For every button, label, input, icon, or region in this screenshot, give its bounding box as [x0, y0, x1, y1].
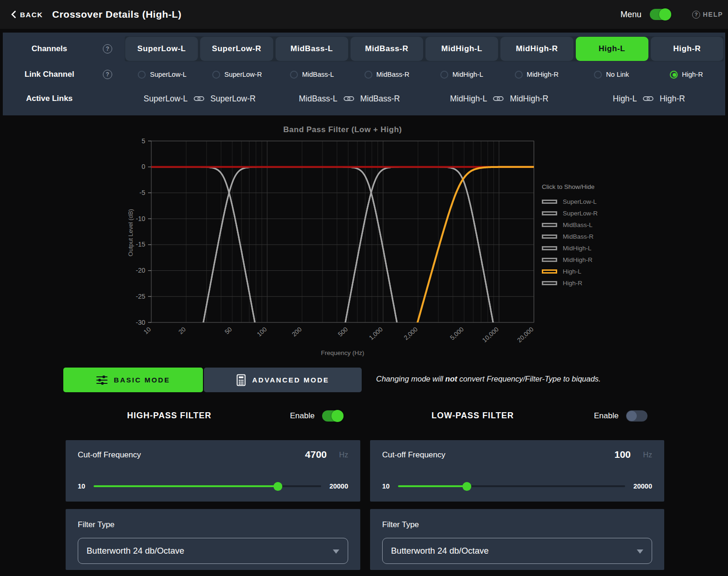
topbar: BACK Crossover Details (High-L) Menu ? H… [0, 0, 728, 29]
svg-text:5,000: 5,000 [449, 326, 465, 342]
hp-slider-thumb[interactable] [273, 482, 282, 491]
link-radio-No-Link[interactable]: No Link [574, 66, 649, 83]
lp-enable-toggle[interactable] [626, 410, 647, 422]
link-channel-help-icon[interactable]: ? [103, 70, 112, 79]
svg-text:10,000: 10,000 [481, 326, 500, 344]
svg-text:-5: -5 [140, 189, 146, 196]
sliders-icon [96, 375, 108, 385]
radio-icon[interactable] [364, 71, 372, 79]
link-radio-SuperLow-R[interactable]: SuperLow-R [200, 66, 275, 83]
radio-icon[interactable] [290, 71, 298, 79]
hp-frequency-slider[interactable]: 10 20000 [78, 477, 348, 495]
channel-tab-MidHigh-L[interactable]: MidHigh-L [425, 37, 498, 61]
link-radio-label: MidHigh-R [527, 71, 559, 78]
chart-legend: Click to Show/Hide SuperLow-LSuperLow-RM… [542, 183, 598, 289]
channel-tab-SuperLow-R[interactable]: SuperLow-R [200, 37, 273, 61]
lp-cutoff-value: 100 [614, 449, 631, 460]
active-link-right-label: MidHigh-R [510, 94, 548, 104]
legend-label: SuperLow-R [563, 210, 598, 217]
svg-text:-15: -15 [136, 241, 145, 248]
help-button[interactable]: ? HELP [692, 0, 723, 29]
lp-frequency-slider[interactable]: 10 20000 [382, 477, 652, 495]
radio-icon[interactable] [138, 71, 146, 79]
hp-slider-fill [94, 485, 277, 487]
channel-tab-MidBass-R[interactable]: MidBass-R [351, 37, 423, 61]
radio-icon[interactable] [515, 71, 523, 79]
page-title: Crossover Details (High-L) [52, 0, 182, 29]
channel-tab-MidHigh-R[interactable]: MidHigh-R [500, 37, 573, 61]
channels-label: Channels [3, 36, 96, 61]
radio-icon[interactable] [212, 71, 220, 79]
legend-item-High-R[interactable]: High-R [542, 277, 598, 289]
hp-slider-max: 20000 [330, 482, 348, 490]
low-pass-section-label: LOW-PASS FILTER [431, 411, 514, 421]
svg-text:20,000: 20,000 [516, 326, 535, 344]
high-pass-section-label: HIGH-PASS FILTER [127, 411, 211, 421]
hp-cutoff-label: Cut-off Frequency [78, 450, 141, 460]
radio-icon[interactable] [440, 71, 448, 79]
legend-item-SuperLow-L[interactable]: SuperLow-L [542, 196, 598, 208]
legend-swatch [542, 234, 557, 239]
link-radio-MidBass-L[interactable]: MidBass-L [275, 66, 350, 83]
svg-text:-25: -25 [136, 293, 145, 300]
channel-tab-High-L[interactable]: High-L [576, 37, 648, 61]
lp-slider-track[interactable] [398, 485, 625, 487]
advanced-mode-button[interactable]: ADVANCED MODE [204, 368, 362, 392]
chain-link-icon [194, 96, 204, 101]
legend-item-MidBass-L[interactable]: MidBass-L [542, 219, 598, 231]
legend-item-MidHigh-L[interactable]: MidHigh-L [542, 242, 598, 254]
lp-slider-max: 20000 [634, 482, 652, 490]
lp-filter-type-dropdown[interactable]: Butterworth 24 db/Octave [382, 538, 652, 564]
legend-label: High-L [563, 268, 581, 275]
hp-filter-type-dropdown[interactable]: Butterworth 24 db/Octave [78, 538, 348, 564]
lp-filter-type-value: Butterworth 24 db/Octave [391, 546, 489, 556]
hp-cutoff-unit: Hz [339, 451, 348, 459]
link-radio-label: SuperLow-R [224, 71, 262, 78]
link-radio-MidHigh-L[interactable]: MidHigh-L [425, 66, 499, 83]
channels-help-icon[interactable]: ? [103, 44, 112, 54]
channel-tab-MidBass-L[interactable]: MidBass-L [276, 37, 348, 61]
lp-slider-min: 10 [382, 482, 390, 490]
channel-tab-SuperLow-L[interactable]: SuperLow-L [125, 37, 198, 61]
basic-mode-button[interactable]: BASIC MODE [63, 368, 203, 392]
link-radio-High-R[interactable]: High-R [649, 66, 724, 83]
legend-item-SuperLow-R[interactable]: SuperLow-R [542, 208, 598, 219]
menu-label: Menu [620, 10, 641, 20]
chevron-down-icon [333, 549, 339, 554]
crossover-chart: 50-5-10-15-20-25-301020501002005001,0002… [0, 115, 728, 361]
hp-enable-toggle[interactable] [322, 410, 344, 422]
lp-slider-thumb[interactable] [462, 482, 471, 491]
svg-text:10: 10 [142, 326, 152, 335]
hp-slider-track[interactable] [94, 485, 321, 487]
link-radio-MidBass-R[interactable]: MidBass-R [350, 66, 425, 83]
link-radio-MidHigh-R[interactable]: MidHigh-R [499, 66, 574, 83]
hp-enable-label: Enable [290, 411, 315, 421]
back-label: BACK [20, 11, 43, 19]
crossover-page: BACK Crossover Details (High-L) Menu ? H… [0, 0, 728, 576]
hp-filter-type-value: Butterworth 24 db/Octave [87, 546, 184, 556]
legend-item-MidBass-R[interactable]: MidBass-R [542, 231, 598, 242]
back-button[interactable]: BACK [11, 0, 43, 29]
legend-item-High-L[interactable]: High-L [542, 266, 598, 277]
legend-swatch [542, 281, 557, 285]
legend-label: MidBass-R [563, 233, 593, 240]
mode-change-note: Changing mode will not convert Frequency… [376, 375, 627, 383]
radio-icon[interactable] [594, 71, 602, 79]
legend-swatch [542, 246, 557, 250]
chart-x-axis-label: Frequency (Hz) [151, 349, 534, 356]
active-link-MidHigh-L-MidHigh-R: MidHigh-LMidHigh-R [425, 89, 574, 108]
active-link-left-label: MidHigh-L [450, 94, 487, 104]
lp-enable-label: Enable [594, 411, 619, 421]
legend-label: High-R [563, 280, 582, 287]
menu-toggle[interactable] [650, 9, 671, 20]
radio-icon[interactable] [670, 71, 678, 79]
link-radio-SuperLow-L[interactable]: SuperLow-L [125, 66, 200, 83]
legend-label: MidHigh-L [563, 245, 592, 252]
active-links-label: Active Links [3, 89, 96, 108]
active-link-SuperLow-L-SuperLow-R: SuperLow-LSuperLow-R [125, 89, 275, 108]
link-channel-radios: SuperLow-LSuperLow-RMidBass-LMidBass-RMi… [125, 66, 724, 83]
help-label: HELP [703, 11, 723, 18]
legend-item-MidHigh-R[interactable]: MidHigh-R [542, 254, 598, 266]
svg-text:100: 100 [256, 326, 268, 338]
channel-tab-High-R[interactable]: High-R [651, 37, 723, 61]
